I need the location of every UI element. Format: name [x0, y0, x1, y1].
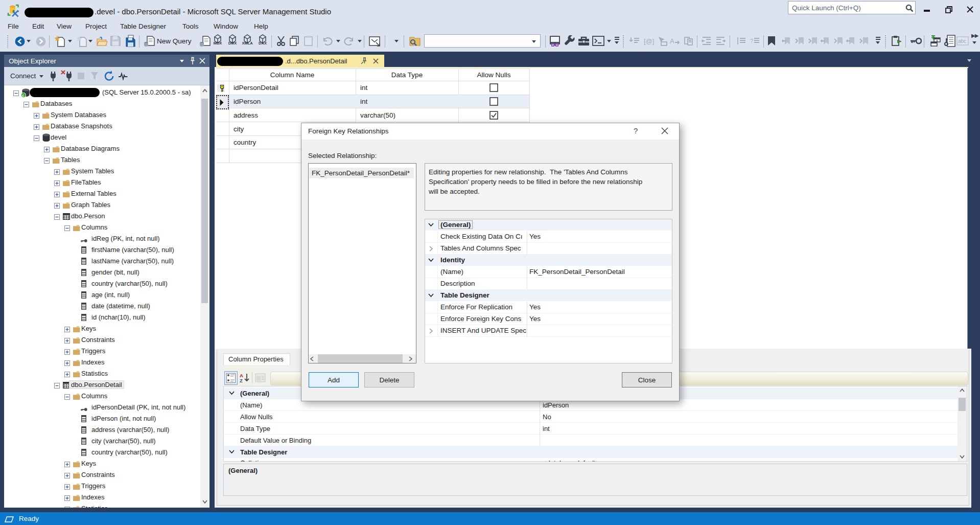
- svg-text:?: ?: [750, 38, 753, 44]
- svg-text:c: c: [22, 94, 24, 97]
- svg-text:abc: abc: [958, 38, 966, 44]
- svg-text:Z: Z: [240, 378, 243, 383]
- svg-text:A: A: [670, 37, 674, 45]
- svg-text:[@]: [@]: [644, 37, 654, 45]
